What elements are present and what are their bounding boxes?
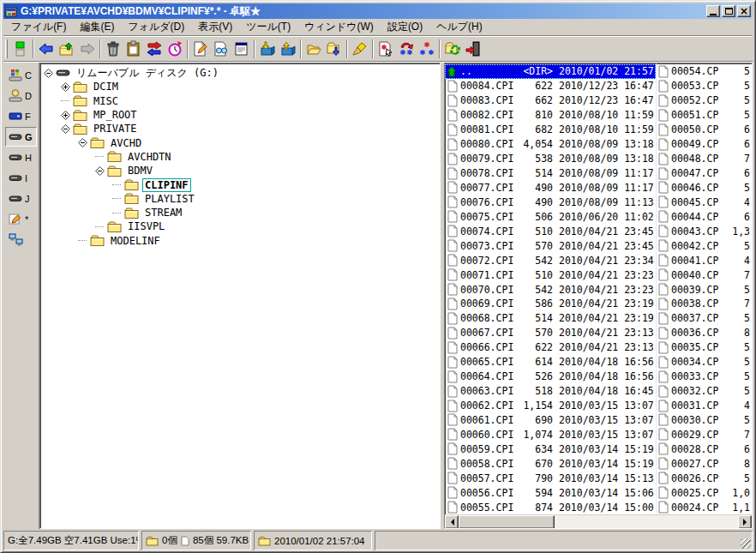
file-row[interactable]: 00080.CPI4,0542010/08/09 13:18 bbox=[445, 137, 656, 152]
tree-node-label[interactable]: AVCHD bbox=[108, 136, 144, 150]
maximize-button[interactable] bbox=[722, 5, 735, 17]
expander-minus-icon[interactable] bbox=[78, 138, 87, 147]
scroll-right-button[interactable] bbox=[738, 515, 752, 529]
resize-grip[interactable] bbox=[741, 538, 751, 549]
file-row[interactable]: 00077.CPI4902010/08/09 11:17 bbox=[445, 181, 656, 195]
file-row[interactable]: 00058.CPI6702010/03/14 15:19 bbox=[445, 456, 656, 471]
tree-node-label[interactable]: PRIVATE bbox=[91, 122, 140, 135]
file-row[interactable]: 00026.CPI5 bbox=[657, 471, 750, 485]
file-row[interactable]: 00071.CPI5102010/04/21 23:23 bbox=[445, 267, 656, 282]
drive-button-h[interactable]: H bbox=[5, 147, 37, 167]
expander-minus-icon[interactable] bbox=[44, 69, 53, 78]
drive-button-i[interactable]: I bbox=[5, 168, 37, 188]
back-button[interactable] bbox=[36, 38, 57, 60]
tree-node-label[interactable]: MP_ROOT bbox=[91, 108, 140, 122]
tree-node-label[interactable]: DCIM bbox=[91, 80, 121, 93]
file-row[interactable]: 00050.CPI6 bbox=[657, 123, 750, 137]
tree-node-label[interactable]: MODELINF bbox=[108, 234, 163, 248]
file-row[interactable]: 00078.CPI5142010/08/09 11:17 bbox=[445, 166, 656, 181]
menu-help[interactable]: ヘルプ(H) bbox=[429, 18, 489, 36]
file-row[interactable]: 00039.CPI5 bbox=[657, 282, 750, 297]
file-row[interactable]: 00052.CPI5 bbox=[657, 93, 750, 108]
file-row[interactable]: 00029.CPI7 bbox=[657, 427, 750, 442]
file-row[interactable]: 00040.CPI7 bbox=[657, 267, 750, 282]
menu-view[interactable]: 表示(V) bbox=[191, 18, 239, 36]
mask-select-button[interactable] bbox=[375, 38, 396, 60]
file-row[interactable]: 00028.CPI6 bbox=[657, 442, 750, 456]
file-row[interactable]: 00031.CPI4 bbox=[657, 399, 750, 413]
file-row[interactable]: 00076.CPI4902010/08/09 11:13 bbox=[445, 195, 656, 209]
file-row[interactable]: 00024.CPI1,1 bbox=[657, 500, 750, 514]
mask-rename-button[interactable] bbox=[396, 38, 417, 60]
tree-node-label[interactable]: BDMV bbox=[125, 164, 155, 177]
tree-node-label[interactable]: AVCHDTN bbox=[125, 150, 174, 164]
network-button[interactable] bbox=[5, 230, 37, 249]
paste-clipboard-button[interactable] bbox=[123, 38, 144, 60]
copy-to-box-button[interactable] bbox=[257, 38, 278, 60]
mask-copy-button[interactable] bbox=[417, 38, 437, 60]
file-row[interactable]: 00051.CPI5 bbox=[657, 108, 750, 123]
file-row[interactable]: 00060.CPI1,0742010/03/15 13:07 bbox=[445, 427, 656, 442]
drive-button-mask[interactable]: * bbox=[5, 209, 37, 229]
drive-button-c[interactable]: C bbox=[5, 65, 37, 85]
menu-folder[interactable]: フォルダ(D) bbox=[121, 18, 191, 36]
tree-node-label[interactable]: MISC bbox=[91, 94, 121, 108]
folder-up-button[interactable] bbox=[57, 38, 77, 60]
menu-settings[interactable]: 設定(O) bbox=[381, 18, 429, 36]
file-row[interactable]: 00056.CPI5942010/03/14 15:06 bbox=[445, 485, 656, 500]
minimize-button[interactable] bbox=[706, 5, 720, 17]
file-row[interactable]: 00057.CPI7902010/03/14 15:13 bbox=[445, 471, 656, 485]
swap-arrows-button[interactable] bbox=[144, 38, 165, 60]
file-row[interactable]: 00074.CPI5102010/04/21 23:45 bbox=[445, 224, 656, 238]
parent-dir-row[interactable]: ..<DIR>2010/01/02 21:57 bbox=[445, 64, 656, 79]
drive-button-j[interactable]: J bbox=[5, 189, 37, 208]
file-row[interactable]: 00070.CPI5422010/04/21 23:23 bbox=[445, 282, 656, 297]
drive-button-f[interactable]: F bbox=[5, 106, 37, 126]
menu-tools[interactable]: ツール(T) bbox=[239, 18, 297, 36]
file-row[interactable]: 00038.CPI7 bbox=[657, 297, 750, 311]
file-row[interactable]: 00054.CPI5 bbox=[657, 64, 750, 79]
file-row[interactable]: 00059.CPI6342010/03/14 15:19 bbox=[445, 442, 656, 456]
file-row[interactable]: 00044.CPI6 bbox=[657, 209, 750, 224]
file-row[interactable]: 00084.CPI6222010/12/23 16:47 bbox=[445, 79, 656, 93]
file-row[interactable]: 00045.CPI4 bbox=[657, 195, 750, 209]
file-row[interactable]: 00061.CPI6902010/03/15 13:07 bbox=[445, 413, 656, 428]
menu-file[interactable]: ファイル(F) bbox=[4, 18, 73, 36]
refresh-folder-button[interactable] bbox=[442, 38, 463, 60]
file-row[interactable]: 00065.CPI6142010/04/18 16:56 bbox=[445, 355, 656, 370]
file-row[interactable]: 00082.CPI8102010/08/10 11:59 bbox=[445, 108, 656, 123]
file-row[interactable]: 00079.CPI5382010/08/09 13:18 bbox=[445, 152, 656, 166]
tree-node-label[interactable]: リムーバブル ディスク (G:) bbox=[74, 65, 221, 81]
menu-edit[interactable]: 編集(E) bbox=[73, 18, 121, 36]
tree-node-label[interactable]: PLAYLIST bbox=[142, 192, 197, 206]
view-document-button[interactable] bbox=[211, 38, 231, 60]
file-row[interactable]: 00027.CPI8 bbox=[657, 456, 750, 471]
file-row[interactable]: 00048.CPI7 bbox=[657, 152, 750, 166]
file-row[interactable]: 00030.CPI5 bbox=[657, 413, 750, 428]
expander-plus-icon[interactable] bbox=[61, 111, 70, 120]
pane-layout-button[interactable] bbox=[10, 38, 31, 60]
expander-plus-icon[interactable] bbox=[61, 82, 70, 92]
file-row[interactable]: 00032.CPI5 bbox=[657, 384, 750, 399]
file-panel-hscrollbar[interactable] bbox=[445, 514, 752, 528]
file-row[interactable]: 00036.CPI8 bbox=[657, 326, 750, 340]
expander-minus-icon[interactable] bbox=[95, 166, 105, 176]
edit-document-button[interactable] bbox=[190, 38, 211, 60]
file-row[interactable]: 00055.CPI8742010/03/14 15:00 bbox=[445, 500, 656, 514]
file-row[interactable]: 00062.CPI1,1542010/03/15 13:07 bbox=[445, 399, 656, 413]
drive-button-g[interactable]: G bbox=[5, 127, 37, 147]
file-row[interactable]: 00035.CPI5 bbox=[657, 340, 750, 355]
file-row[interactable]: 00069.CPI5862010/04/21 23:19 bbox=[445, 297, 656, 311]
delete-trash-button[interactable] bbox=[103, 38, 123, 60]
expander-minus-icon[interactable] bbox=[61, 124, 70, 134]
drive-button-d[interactable]: D bbox=[5, 86, 37, 105]
file-row[interactable]: 00073.CPI5702010/04/21 23:45 bbox=[445, 238, 656, 253]
file-row[interactable]: 00075.CPI5062010/06/20 11:02 bbox=[445, 209, 656, 224]
file-row[interactable]: 00068.CPI5142010/04/21 23:19 bbox=[445, 311, 656, 326]
scroll-left-button[interactable] bbox=[445, 515, 459, 529]
file-row[interactable]: 00043.CPI1,3 bbox=[657, 224, 750, 238]
file-row[interactable]: 00025.CPI1,0 bbox=[657, 485, 750, 500]
file-row[interactable]: 00049.CPI6 bbox=[657, 137, 750, 152]
brush-button[interactable] bbox=[350, 38, 370, 60]
file-row[interactable]: 00083.CPI6622010/12/23 16:47 bbox=[445, 93, 656, 108]
